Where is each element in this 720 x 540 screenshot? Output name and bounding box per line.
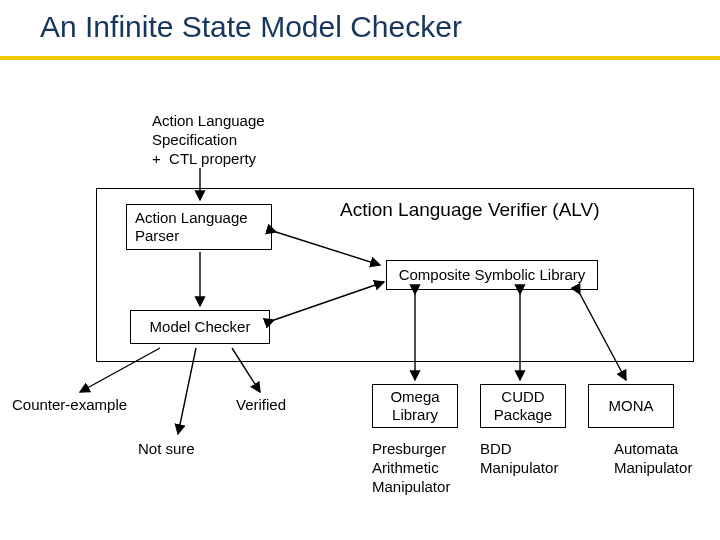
title-underline bbox=[0, 56, 720, 60]
parser-box: Action Language Parser bbox=[126, 204, 272, 250]
omega-desc: Presburger Arithmetic Manipulator bbox=[372, 440, 450, 496]
csl-box: Composite Symbolic Library bbox=[386, 260, 598, 290]
mona-box: MONA bbox=[588, 384, 674, 428]
alv-label: Action Language Verifier (ALV) bbox=[340, 198, 599, 222]
slide-title: An Infinite State Model Checker bbox=[40, 10, 462, 44]
input-spec-text: Action Language Specification + CTL prop… bbox=[152, 112, 265, 168]
output-counter-example: Counter-example bbox=[12, 396, 127, 415]
model-checker-box: Model Checker bbox=[130, 310, 270, 344]
omega-box: Omega Library bbox=[372, 384, 458, 428]
output-verified: Verified bbox=[236, 396, 286, 415]
cudd-desc: BDD Manipulator bbox=[480, 440, 558, 478]
mona-desc: Automata Manipulator bbox=[614, 440, 692, 478]
output-not-sure: Not sure bbox=[138, 440, 195, 459]
cudd-box: CUDD Package bbox=[480, 384, 566, 428]
